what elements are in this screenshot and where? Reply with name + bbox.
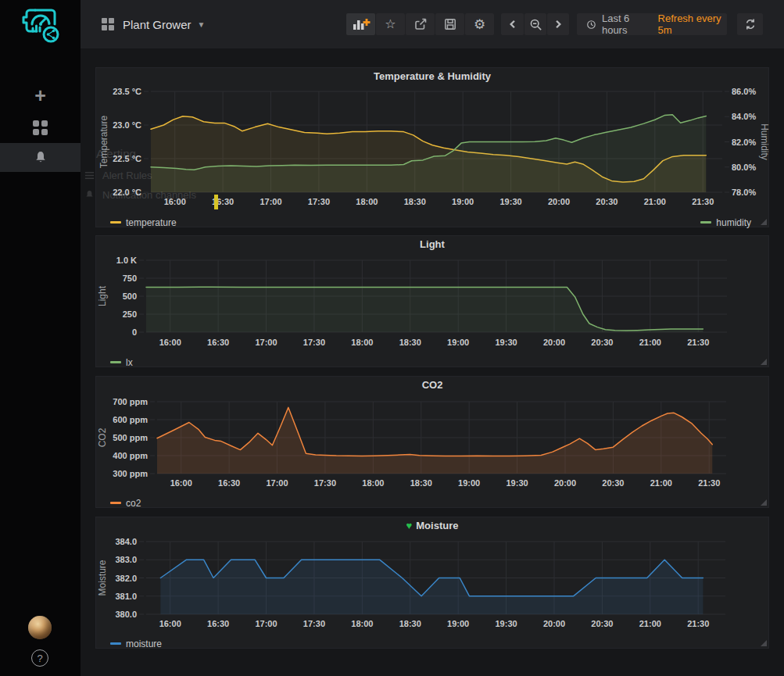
chart-temperature-humidity[interactable]: 23.5 °C23.0 °C22.5 °C22.0 °C86.0%84.0%82…	[96, 68, 770, 228]
dashboards-grid-icon	[33, 120, 48, 135]
legend-item-temperature[interactable]: temperature	[110, 217, 177, 228]
save-button[interactable]	[435, 13, 464, 35]
svg-text:18:00: 18:00	[351, 338, 373, 347]
svg-text:18:00: 18:00	[362, 478, 384, 488]
svg-text:19:30: 19:30	[496, 619, 517, 628]
panel-title-light[interactable]: Light	[96, 238, 768, 250]
svg-text:86.0%: 86.0%	[732, 87, 756, 96]
svg-text:16:00: 16:00	[159, 338, 181, 347]
svg-text:18:00: 18:00	[356, 197, 378, 206]
svg-text:19:00: 19:00	[452, 197, 474, 206]
zoom-out-button[interactable]	[524, 13, 546, 35]
refresh-interval-label: Refresh every 5m	[658, 13, 727, 36]
svg-text:21:00: 21:00	[639, 338, 661, 347]
svg-text:19:00: 19:00	[458, 478, 480, 488]
svg-text:750: 750	[123, 274, 137, 283]
sidebar-item-alerting[interactable]	[0, 143, 81, 172]
svg-text:18:30: 18:30	[404, 197, 426, 206]
svg-text:20:00: 20:00	[554, 478, 576, 488]
svg-text:21:00: 21:00	[639, 619, 661, 628]
legend-temperature-humidity: temperaturehumidity	[96, 213, 768, 228]
svg-text:16:30: 16:30	[207, 619, 229, 628]
alert-ok-heart-icon: ♥	[406, 520, 413, 531]
sidebar-item-dashboards[interactable]	[0, 113, 81, 142]
help-label: ?	[37, 653, 42, 664]
svg-text:CO2: CO2	[97, 427, 108, 447]
svg-text:20:00: 20:00	[543, 338, 565, 347]
app-logo[interactable]	[0, 3, 81, 47]
dashboard-title: Plant Grower	[123, 18, 192, 31]
svg-text:16:00: 16:00	[164, 197, 186, 206]
svg-text:17:30: 17:30	[303, 619, 325, 628]
legend-item-lx[interactable]: lx	[110, 357, 133, 368]
svg-text:20:30: 20:30	[602, 478, 624, 488]
panel-resize-grip[interactable]	[761, 359, 767, 365]
svg-text:0: 0	[132, 327, 137, 337]
panel-title-moisture[interactable]: ♥Moisture	[96, 520, 768, 531]
time-back-button[interactable]	[501, 13, 524, 35]
add-panel-button[interactable]	[346, 13, 375, 35]
chevron-down-icon: ▼	[198, 20, 206, 29]
svg-text:16:30: 16:30	[207, 338, 229, 347]
legend-item-moisture[interactable]: moisture	[110, 638, 162, 649]
legend-item-co2[interactable]: co2	[110, 498, 141, 509]
svg-text:300 ppm: 300 ppm	[113, 469, 148, 478]
time-range-label: Last 6 hours	[602, 13, 650, 36]
svg-text:80.0%: 80.0%	[732, 163, 756, 172]
svg-text:19:00: 19:00	[447, 619, 469, 628]
svg-text:18:00: 18:00	[351, 619, 373, 628]
legend-light: lx	[96, 352, 768, 368]
panel-resize-grip[interactable]	[761, 640, 767, 646]
panel-title-temperature-humidity[interactable]: Temperature & Humidity	[96, 70, 768, 82]
svg-text:382.0: 382.0	[115, 574, 137, 583]
svg-text:16:00: 16:00	[159, 619, 181, 628]
refresh-icon	[744, 18, 757, 30]
user-avatar[interactable]	[28, 616, 52, 639]
svg-text:19:30: 19:30	[496, 338, 517, 347]
svg-text:21:30: 21:30	[692, 197, 714, 206]
svg-text:17:30: 17:30	[308, 197, 330, 206]
refresh-button[interactable]	[737, 13, 763, 35]
svg-text:23.5 °C: 23.5 °C	[113, 87, 141, 96]
svg-text:17:30: 17:30	[314, 478, 336, 488]
dashboard-title-picker[interactable]: Plant Grower ▼	[102, 0, 205, 48]
chart-moisture[interactable]: 384.0383.0382.0381.0380.016:0016:3017:00…	[96, 517, 770, 649]
chart-light[interactable]: 1.0 K750500250016:0016:3017:0017:3018:00…	[96, 236, 770, 368]
svg-text:384.0: 384.0	[115, 537, 137, 546]
annotation-marker	[214, 195, 218, 209]
star-icon: ☆	[385, 18, 396, 30]
svg-text:700 ppm: 700 ppm	[113, 397, 148, 406]
panel-title-co2[interactable]: CO2	[96, 379, 768, 391]
dashboard-settings-button[interactable]: ⚙	[465, 13, 494, 35]
time-range-picker[interactable]: Last 6 hours Refresh every 5m	[577, 13, 727, 35]
share-button[interactable]	[406, 13, 435, 35]
panel-resize-grip[interactable]	[761, 219, 767, 225]
sidebar-item-add[interactable]: +	[0, 80, 81, 110]
plus-icon: +	[34, 86, 46, 106]
add-panel-icon	[352, 17, 371, 31]
panel-resize-grip[interactable]	[761, 499, 767, 506]
svg-text:21:30: 21:30	[698, 478, 720, 488]
panel-light: Light 1.0 K750500250016:0016:3017:0017:3…	[95, 235, 769, 367]
chevron-left-icon	[507, 19, 518, 30]
svg-text:17:30: 17:30	[303, 338, 325, 347]
zoom-out-icon	[529, 18, 542, 31]
chevron-right-icon	[553, 19, 564, 30]
help-button[interactable]: ?	[31, 649, 48, 667]
star-button[interactable]: ☆	[376, 13, 405, 35]
dashboard-grid-icon	[102, 18, 114, 30]
legend-item-humidity[interactable]: humidity	[700, 217, 751, 228]
svg-text:17:00: 17:00	[260, 197, 281, 206]
time-forward-button[interactable]	[547, 13, 569, 35]
svg-text:400 ppm: 400 ppm	[113, 451, 148, 460]
svg-text:21:00: 21:00	[644, 197, 666, 206]
svg-text:22.0 °C: 22.0 °C	[113, 188, 141, 197]
svg-text:Moisture: Moisture	[97, 560, 108, 596]
save-icon	[443, 17, 457, 31]
top-navbar: Plant Grower ▼ ☆ ⚙	[81, 0, 784, 48]
share-icon	[413, 17, 428, 31]
clock-icon	[586, 19, 596, 30]
chart-co2[interactable]: 700 ppm600 ppm500 ppm400 ppm300 ppm16:00…	[96, 377, 770, 509]
svg-text:20:30: 20:30	[591, 619, 613, 628]
svg-text:18:30: 18:30	[410, 478, 432, 488]
